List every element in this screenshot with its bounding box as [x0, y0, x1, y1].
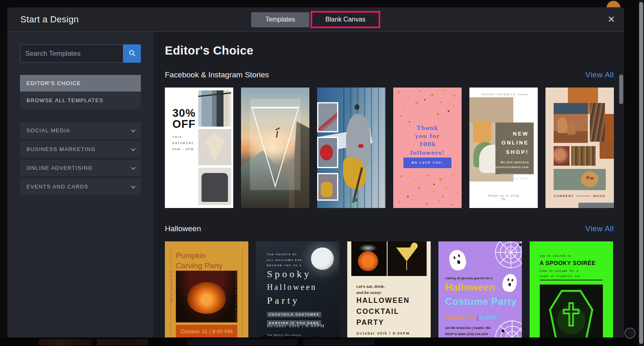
search-icon — [128, 49, 136, 59]
template-card-pumpkin-carving[interactable]: Pumpkin Carving Party October 31 | 8:00 … — [165, 241, 248, 337]
party-address: The Wallis Residence 1123 NE Wimbledon A… — [267, 333, 305, 337]
page-scrollbar-thumb[interactable] — [639, 2, 643, 344]
template-card-ceramics-shop[interactable]: Corner Ceramics NEW ONLINE SHOP! We just… — [469, 88, 538, 208]
red-bag — [358, 144, 364, 148]
sidebar-item-online-advertising[interactable]: ONLINE ADVERTISING — [20, 160, 141, 176]
party-date: October 30th | 8:00PM — [267, 323, 325, 328]
inset-photo — [317, 102, 338, 132]
modal-body: EDITOR'S CHOICE BROWSE ALL TEMPLATES SOC… — [7, 32, 624, 337]
template-card-cocktail-party[interactable]: Let's eat, drink, and be scary! HALLOWEE… — [347, 241, 431, 337]
tab-blank-canvas[interactable]: Blank Canvas — [325, 16, 366, 23]
rule-line — [242, 249, 243, 337]
chip: COCKTAILS COSTUMES — [267, 312, 322, 317]
search-button[interactable] — [123, 44, 141, 63]
modal-scrollbar-thumb[interactable] — [619, 74, 623, 104]
poncho-photo — [198, 129, 231, 165]
sidebar-item-editors-choice[interactable]: EDITOR'S CHOICE — [20, 75, 141, 92]
martini-photo — [388, 241, 426, 276]
search-input[interactable] — [20, 44, 123, 63]
templates-content: Editor's Choice Facebook & Instagram Sto… — [153, 32, 624, 337]
intro-text: Calling all ghostly guests for a — [445, 276, 492, 280]
shop-subtext: We just launched cornerceramics.com — [495, 160, 529, 169]
section-header-halloween: Halloween View All — [165, 224, 614, 233]
ghost — [447, 248, 468, 272]
party-address: 123 NE Grand Ave | Seattle, WA RSVP to S… — [445, 325, 491, 337]
swipe-up-text: Swipe up to shop — [469, 194, 538, 197]
shop-subtext2: Ready to ship items and custom orders — [495, 172, 529, 180]
dried-leaves-tile — [590, 103, 605, 142]
party-date: October 30th / 8:00PM — [357, 331, 410, 335]
pumpkin-photo — [351, 241, 387, 276]
template-card-costume-party[interactable]: Calling all ghostly guests for a Hallowe… — [438, 241, 522, 337]
date-separator: | — [475, 315, 480, 321]
spider-web — [493, 241, 522, 271]
blank-canvas-highlight-box: Blank Canvas — [311, 11, 380, 28]
template-card-storewide-sale[interactable]: 30% OFF THIS SATURDAY 9AM - 9PM STOREWID… — [165, 88, 233, 208]
pumpkin-glow — [187, 282, 226, 314]
chevron-down-icon — [131, 184, 136, 188]
close-icon[interactable]: ✕ — [608, 15, 615, 24]
sidebar: EDITOR'S CHOICE BROWSE ALL TEMPLATES SOC… — [7, 32, 153, 337]
template-card-current-mood[interactable]: CURRENT MOOD — [545, 88, 614, 208]
view-all-link-stories[interactable]: View All — [585, 70, 614, 79]
headline-box: NEW ONLINE SHOP! We just launched corner… — [495, 123, 534, 174]
chevron-down-icon — [131, 146, 136, 151]
sidebar-item-social-media[interactable]: SOCIAL MEDIA — [20, 122, 141, 139]
caption-left: CURRENT — [554, 194, 574, 198]
template-card-spooky-party[interactable]: THE GHOSTS OF ALL HALLOWS EVE BECKON YOU… — [256, 241, 340, 337]
jack-o-lantern-photo — [176, 271, 238, 322]
sidebar-item-label: EVENTS AND CARDS — [26, 184, 88, 190]
sweater-photo — [198, 168, 231, 205]
modal-title: Start a Design — [20, 14, 79, 25]
chevron-up-icon — [502, 198, 506, 202]
pottery-tile — [554, 103, 588, 143]
triangle-overlay — [250, 99, 300, 190]
title-costume-party: Costume Party — [445, 296, 517, 307]
sidebar-item-label: BUSINESS MARKETING — [26, 146, 96, 152]
sale-headline: 30% OFF — [172, 108, 195, 130]
halloween-card-row: Pumpkin Carving Party October 31 | 8:00 … — [165, 241, 614, 337]
sidebar-item-label: ONLINE ADVERTISING — [26, 165, 93, 171]
intro-text: THE GHOSTS OF ALL HALLOWS EVE BECKON YOU… — [267, 252, 302, 269]
moon — [311, 247, 333, 269]
grey-footer — [578, 203, 614, 208]
timeline-thumbnail — [39, 339, 92, 346]
template-card-100k-followers[interactable]: Thank you for 100k followers! WE LOVE YO… — [393, 88, 462, 208]
coffin-skull-icon — [547, 289, 596, 337]
coffin-art-box — [540, 285, 603, 337]
chevron-down-icon — [131, 127, 136, 132]
sidebar-primary-group: EDITOR'S CHOICE BROWSE ALL TEMPLATES — [20, 75, 141, 109]
help-button[interactable] — [624, 328, 635, 339]
template-card-cliff-handstand[interactable] — [241, 88, 309, 208]
orange-block — [600, 140, 614, 158]
sidebar-item-browse-all-templates[interactable]: BROWSE ALL TEMPLATES — [20, 92, 141, 109]
mood-caption: CURRENT MOOD — [554, 194, 606, 198]
party-date: October 31 | 8:00 PM — [176, 325, 238, 337]
party-date: October 31st|8:00PM — [445, 315, 497, 321]
start-a-design-modal: Start a Design Templates Blank Canvas ✕ — [7, 7, 624, 337]
title-spooky: Spooky — [267, 269, 311, 280]
sidebar-item-business-marketing[interactable]: BUSINESS MARKETING — [20, 141, 141, 158]
template-card-fashion-collage[interactable] — [317, 88, 386, 208]
thanks-headline: Thank you for 100k followers! — [393, 124, 462, 157]
sidebar-item-label: BROWSE ALL TEMPLATES — [26, 97, 103, 103]
timeline-thumbnail — [97, 339, 148, 346]
soiree-subtext: Come in costume for a night of frightful… — [540, 268, 580, 279]
sidebar-item-events-and-cards[interactable]: EVENTS AND CARDS — [20, 178, 141, 195]
caption-right: MOOD — [593, 194, 606, 198]
view-all-link-halloween[interactable]: View All — [585, 224, 614, 233]
intro-text: Let's eat, drink, and be scary! — [357, 283, 385, 296]
inset-photo — [317, 173, 338, 201]
stories-card-row: 30% OFF THIS SATURDAY 9AM - 9PM STOREWID… — [165, 88, 614, 208]
shop-headline: NEW ONLINE SHOP! — [495, 129, 529, 157]
search-row — [20, 44, 141, 63]
vertical-treats-text: Pumpkins and treats provided — [235, 272, 238, 324]
spider-web — [493, 318, 522, 337]
section-title: Facebook & Instagram Stories — [165, 70, 269, 79]
tab-templates[interactable]: Templates — [251, 12, 309, 27]
clothes-rack-photo — [198, 90, 231, 127]
sidebar-item-label: SOCIAL MEDIA — [26, 127, 70, 134]
soiree-title: A SPOOKY SOIRÉE — [540, 260, 596, 266]
template-card-spooky-soiree[interactable]: you're invited to A SPOOKY SOIRÉE Come i… — [530, 241, 613, 337]
figs-plate-tile — [554, 169, 606, 190]
